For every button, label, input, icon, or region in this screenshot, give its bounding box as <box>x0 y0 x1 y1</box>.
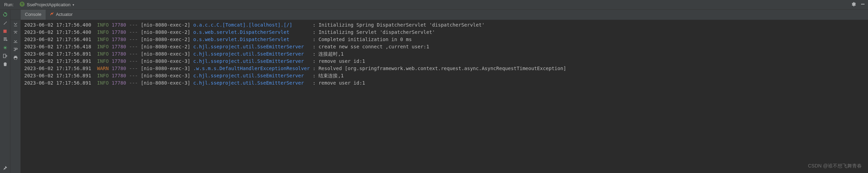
wrench-icon[interactable] <box>3 21 8 26</box>
left-action-toolbar <box>0 10 10 173</box>
log-line: 2023-06-02 17:17:56.400 INFO 17780 --- [… <box>24 29 868 36</box>
log-line: 2023-06-02 17:17:56.418 INFO 17780 --- [… <box>24 43 868 50</box>
log-line: 2023-06-02 17:17:56.891 INFO 17780 --- [… <box>24 50 868 58</box>
run-config-name: SseProjectApplication <box>27 2 70 7</box>
log-line: 2023-06-02 17:17:56.891 INFO 17780 --- [… <box>24 72 868 79</box>
hide-icon[interactable] <box>860 2 865 8</box>
spring-boot-icon <box>20 2 25 8</box>
up-stack-icon[interactable] <box>13 30 18 35</box>
svg-rect-1 <box>861 4 865 4</box>
print-icon[interactable] <box>13 55 18 60</box>
svg-rect-2 <box>3 30 7 33</box>
log-line: 2023-06-02 17:17:56.400 INFO 17780 --- [… <box>24 21 868 29</box>
dump-threads-icon[interactable] <box>3 37 8 42</box>
soft-wrap-icon[interactable] <box>13 47 18 52</box>
down-stack-icon[interactable] <box>13 39 18 44</box>
tab-actuator[interactable]: Actuator <box>46 10 77 20</box>
scroll-to-end-icon[interactable] <box>13 22 18 27</box>
svg-rect-5 <box>3 40 6 41</box>
rerun-icon[interactable] <box>2 12 8 17</box>
tab-actuator-label: Actuator <box>56 12 73 17</box>
svg-rect-9 <box>14 56 17 57</box>
log-line: 2023-06-02 17:17:56.891 INFO 17780 --- [… <box>24 79 868 87</box>
delete-icon[interactable] <box>3 62 8 67</box>
run-toolwindow-header: Run: SseProjectApplication ▾ <box>0 0 868 10</box>
actuator-icon <box>50 12 54 17</box>
svg-rect-3 <box>3 38 7 38</box>
attach-debugger-icon[interactable] <box>3 45 8 50</box>
tab-console-label: Console <box>25 12 41 17</box>
log-line: 2023-06-02 17:17:56.401 INFO 17780 --- [… <box>24 36 868 43</box>
run-label: Run: <box>0 2 17 7</box>
gear-icon[interactable] <box>851 1 856 8</box>
log-line: 2023-06-02 17:17:56.891 INFO 17780 --- [… <box>24 58 868 65</box>
svg-point-7 <box>4 47 6 48</box>
console-tabs: Console Actuator <box>10 10 868 20</box>
svg-point-6 <box>6 40 7 41</box>
svg-rect-11 <box>14 58 17 59</box>
watermark: CSDN @谁不想飞舞青春 <box>808 162 862 170</box>
stop-icon[interactable] <box>3 29 7 33</box>
run-configuration[interactable]: SseProjectApplication ▾ <box>17 2 77 8</box>
console-action-toolbar <box>10 20 21 173</box>
console-output[interactable]: 2023-06-02 17:17:56.400 INFO 17780 --- [… <box>21 20 868 173</box>
log-line: 2023-06-02 17:17:56.891 WARN 17780 --- [… <box>24 65 868 72</box>
pin-icon[interactable] <box>3 165 8 170</box>
dropdown-icon: ▾ <box>73 3 74 7</box>
tab-console[interactable]: Console <box>21 10 46 20</box>
svg-rect-4 <box>3 39 7 39</box>
exit-icon[interactable] <box>3 54 8 58</box>
